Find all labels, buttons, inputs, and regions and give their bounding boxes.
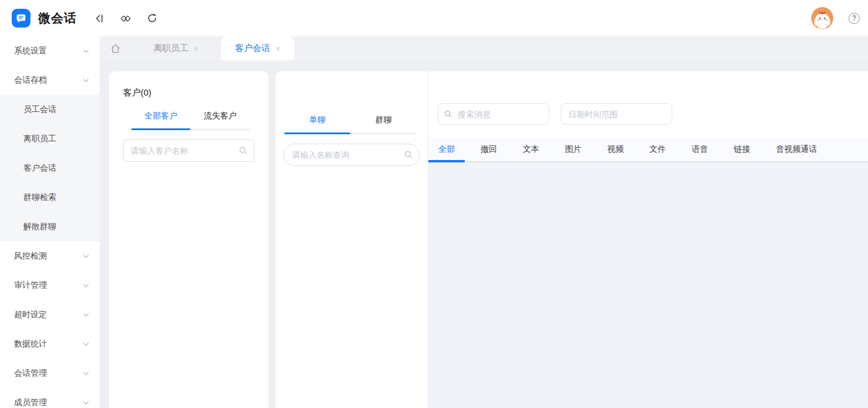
tab-single-chat[interactable]: 单聊 [284, 115, 350, 133]
sidebar-item-member-management[interactable]: 成员管理 [0, 388, 100, 408]
sidebar-item-timeout-settings[interactable]: 超时设定 [0, 300, 100, 329]
sidebar-item-group-chat-search[interactable]: 群聊检索 [0, 183, 100, 212]
page-tab-customer-sessions[interactable]: 客户会话 × [221, 36, 294, 60]
filter-text[interactable]: 文本 [513, 138, 549, 161]
sidebar-item-system-settings[interactable]: 系统设置 [0, 36, 100, 66]
sidebar-item-label: 会话存档 [14, 75, 47, 86]
customer-tabs: 全部客户 流失客户 [131, 111, 250, 130]
app-logo-icon [12, 9, 30, 28]
sidebar-item-employee-sessions[interactable]: 员工会话 [0, 95, 100, 124]
customer-panel: 客户(0) 全部客户 流失客户 [109, 72, 268, 408]
filter-all[interactable]: 全部 [428, 138, 465, 161]
message-type-filter: 全部 撤回 文本 图片 视频 文件 语音 链接 音视频通话 [428, 138, 868, 162]
sidebar-nav: 系统设置 会话存档 员工会话 离职员工 客户会话 群聊检索 解散群聊 风控检测 … [0, 36, 100, 408]
chevron-down-icon [83, 284, 89, 288]
top-header: 微会话 [0, 0, 868, 36]
search-icon [239, 146, 248, 155]
page-tab-label: 离职员工 [153, 43, 188, 54]
chat-search-input[interactable] [283, 144, 420, 166]
date-range-input[interactable] [561, 103, 672, 125]
chevron-down-icon [83, 372, 89, 376]
app-title: 微会话 [38, 10, 77, 26]
tab-all-customers[interactable]: 全部客户 [131, 111, 190, 129]
chevron-down-icon [83, 79, 89, 83]
sidebar-item-risk-detection[interactable]: 风控检测 [0, 242, 100, 271]
session-container: 单聊 群聊 [275, 72, 868, 408]
tab-group-chat[interactable]: 群聊 [350, 115, 417, 133]
sidebar-item-audit-management[interactable]: 审计管理 [0, 271, 100, 300]
main-stage: 离职员工 × 客户会话 × 客户(0) 全部客户 流失客户 [100, 36, 868, 408]
chevron-down-icon [83, 342, 89, 346]
home-tab-button[interactable] [100, 36, 131, 60]
sidebar-item-session-management[interactable]: 会话管理 [0, 359, 100, 388]
user-avatar[interactable] [811, 7, 833, 29]
page-tab-label: 客户会话 [235, 43, 270, 54]
chat-type-tabs: 单聊 群聊 [284, 115, 417, 134]
chevron-down-icon [83, 313, 89, 317]
search-icon [404, 150, 413, 159]
chevron-down-icon [83, 401, 89, 405]
header-toolbar [90, 9, 161, 28]
close-icon[interactable]: × [193, 45, 198, 53]
filter-voice[interactable]: 语音 [682, 138, 718, 161]
customer-search-input[interactable] [123, 140, 254, 162]
sidebar-item-customer-sessions[interactable]: 客户会话 [0, 154, 100, 183]
chevron-down-icon [83, 49, 89, 53]
sidebar-item-departed-employees[interactable]: 离职员工 [0, 124, 100, 154]
close-icon[interactable]: × [275, 45, 280, 53]
refresh-icon[interactable] [142, 9, 161, 28]
chevron-down-icon [83, 254, 89, 259]
sidebar-item-data-statistics[interactable]: 数据统计 [0, 329, 100, 359]
customer-search [123, 140, 254, 162]
sidebar-submenu-session-archive: 员工会话 离职员工 客户会话 群聊检索 解散群聊 [0, 95, 100, 242]
sidebar-item-label: 系统设置 [14, 46, 47, 56]
page-tabbar: 离职员工 × 客户会话 × [100, 36, 868, 60]
message-list-area [428, 162, 868, 408]
message-search-input[interactable] [438, 103, 549, 125]
filter-recalled[interactable]: 撤回 [471, 138, 507, 161]
home-icon [110, 43, 121, 55]
message-panel: 全部 撤回 文本 图片 视频 文件 语音 链接 音视频通话 [428, 72, 868, 408]
sidebar-item-disbanded-groups[interactable]: 解散群聊 [0, 212, 100, 242]
filter-image[interactable]: 图片 [555, 138, 591, 161]
help-icon[interactable]: ? [849, 13, 860, 24]
filter-av-call[interactable]: 音视频通话 [766, 138, 827, 161]
chat-search [283, 144, 420, 166]
message-toolbar [428, 72, 868, 138]
tab-lost-customers[interactable]: 流失客户 [190, 111, 250, 129]
chat-list-panel: 单聊 群聊 [275, 72, 428, 408]
filter-link[interactable]: 链接 [724, 138, 760, 161]
search-icon [444, 110, 452, 118]
filter-video[interactable]: 视频 [597, 138, 634, 161]
header-right: ? [811, 7, 862, 29]
page-tab-departed-employees[interactable]: 离职员工 × [131, 36, 221, 60]
content-area: 客户(0) 全部客户 流失客户 [100, 60, 868, 408]
filter-file[interactable]: 文件 [639, 138, 676, 161]
customer-count-title: 客户(0) [123, 87, 254, 98]
tags-icon[interactable] [116, 9, 135, 28]
app-window: 微会话 [0, 0, 868, 408]
collapse-sidebar-icon[interactable] [90, 9, 108, 28]
sidebar-item-session-archive[interactable]: 会话存档 [0, 66, 100, 95]
